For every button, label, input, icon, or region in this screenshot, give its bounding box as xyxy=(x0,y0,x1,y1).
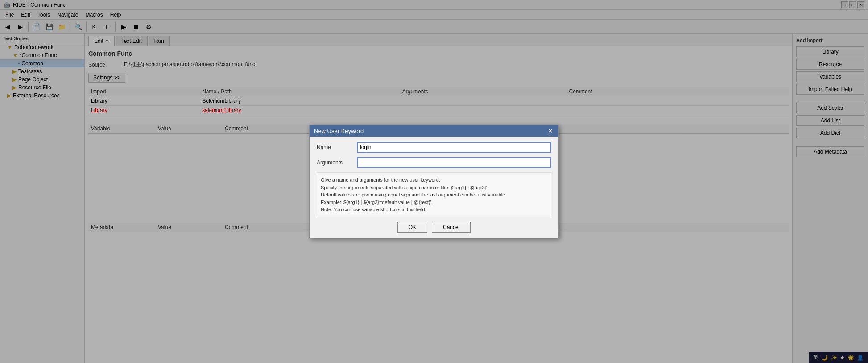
dialog-buttons: OK Cancel xyxy=(317,222,551,233)
dialog-ok-button[interactable]: OK xyxy=(397,222,427,233)
new-user-keyword-dialog: New User Keyword ✕ Name Arguments Give a… xyxy=(309,125,559,238)
dialog-arguments-input[interactable] xyxy=(357,157,551,168)
dialog-body: Name Arguments Give a name and arguments… xyxy=(310,137,558,238)
dialog-name-input[interactable] xyxy=(357,142,551,153)
dialog-overlay: New User Keyword ✕ Name Arguments Give a… xyxy=(0,0,868,363)
dialog-info-text: Give a name and arguments for the new us… xyxy=(317,172,551,217)
dialog-arguments-row: Arguments xyxy=(317,157,551,168)
dialog-name-row: Name xyxy=(317,142,551,153)
dialog-title-bar: New User Keyword ✕ xyxy=(310,125,558,137)
dialog-close-button[interactable]: ✕ xyxy=(547,127,554,134)
dialog-arguments-label: Arguments xyxy=(317,159,357,166)
dialog-title: New User Keyword xyxy=(314,128,364,134)
dialog-name-label: Name xyxy=(317,144,357,150)
dialog-cancel-button[interactable]: Cancel xyxy=(432,222,471,233)
